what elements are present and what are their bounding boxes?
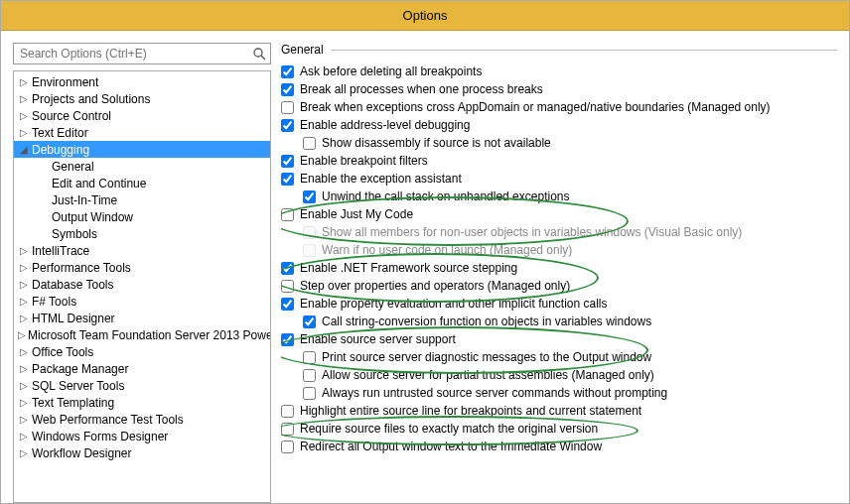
option-row: Enable source server support (281, 330, 837, 348)
option-row: Call string-conversion function on objec… (281, 313, 837, 330)
chevron-right-icon[interactable]: ▷ (18, 296, 30, 307)
option-checkbox[interactable] (303, 137, 316, 150)
option-row: Require source files to exactly match th… (281, 420, 837, 438)
option-checkbox[interactable] (303, 387, 316, 400)
tree-item[interactable]: ▷SQL Server Tools (14, 377, 270, 394)
tree-item[interactable]: ▷IntelliTrace (14, 242, 270, 259)
chevron-right-icon[interactable]: ▷ (18, 397, 30, 408)
tree-item[interactable]: ▷Office Tools (14, 343, 270, 360)
chevron-right-icon[interactable]: ▷ (18, 313, 30, 323)
option-row: Highlight entire source line for breakpo… (281, 402, 837, 420)
option-checkbox[interactable] (303, 369, 316, 382)
option-label: Break when exceptions cross AppDomain or… (300, 100, 771, 114)
option-row: Allow source server for partial trust as… (281, 366, 837, 384)
tree-item[interactable]: ▷HTML Designer (14, 310, 270, 326)
option-row: Enable the exception assistant (281, 170, 837, 188)
chevron-right-icon[interactable]: ▷ (18, 110, 30, 121)
tree-item[interactable]: ▷Workflow Designer (14, 444, 270, 461)
option-checkbox[interactable] (281, 333, 294, 346)
chevron-right-icon[interactable]: ▷ (18, 431, 30, 441)
tree-item[interactable]: ▷Database Tools (14, 276, 270, 293)
chevron-right-icon[interactable]: ▷ (18, 447, 30, 458)
chevron-right-icon[interactable]: ▷ (18, 93, 30, 104)
tree-child-item[interactable]: Output Window (14, 208, 270, 225)
tree-item[interactable]: ▷F# Tools (14, 293, 270, 310)
chevron-right-icon[interactable]: ▷ (18, 414, 30, 425)
tree-item-label: Source Control (30, 109, 111, 123)
right-column: General Ask before deleting all breakpoi… (281, 43, 837, 503)
search-input[interactable] (18, 46, 252, 62)
option-row: Show all members for non-user objects in… (281, 223, 837, 241)
option-label: Enable the exception assistant (300, 172, 462, 186)
option-checkbox[interactable] (281, 405, 294, 418)
titlebar: Options (1, 1, 849, 31)
option-checkbox[interactable] (281, 208, 294, 221)
chevron-right-icon[interactable]: ▷ (18, 380, 30, 391)
category-tree[interactable]: ▷Environment▷Projects and Solutions▷Sour… (13, 70, 271, 503)
tree-item-label: Package Manager (30, 362, 128, 376)
chevron-right-icon[interactable]: ▷ (18, 76, 30, 87)
tree-item-label: Symbols (50, 227, 97, 241)
chevron-right-icon[interactable]: ▷ (18, 279, 30, 290)
tree-item[interactable]: ▷Microsoft Team Foundation Server 2013 P… (14, 326, 270, 343)
options-dialog: Options ▷Environment▷Projects and Soluti… (0, 0, 850, 504)
option-checkbox[interactable] (303, 315, 316, 328)
chevron-right-icon[interactable]: ▷ (18, 262, 30, 273)
chevron-right-icon[interactable]: ▷ (18, 245, 30, 256)
tree-item[interactable]: ▷Environment (14, 73, 270, 90)
option-label: Unwind the call stack on unhandled excep… (322, 189, 570, 203)
tree-item-label: SQL Server Tools (30, 379, 124, 393)
option-checkbox[interactable] (303, 190, 316, 203)
option-checkbox[interactable] (281, 83, 294, 96)
option-checkbox[interactable] (281, 155, 294, 168)
option-checkbox[interactable] (281, 173, 294, 186)
chevron-right-icon[interactable]: ▷ (18, 127, 30, 138)
tree-item[interactable]: ▷Performance Tools (14, 259, 270, 276)
option-checkbox[interactable] (281, 441, 294, 453)
tree-item-label: Microsoft Team Foundation Server 2013 Po… (26, 328, 271, 342)
tree-item-label: Workflow Designer (30, 446, 131, 460)
tree-child-item[interactable]: Symbols (14, 225, 270, 242)
option-checkbox[interactable] (281, 119, 294, 132)
tree-child-item[interactable]: General (14, 158, 270, 175)
chevron-right-icon[interactable]: ▷ (18, 329, 26, 340)
option-row: Enable property evaluation and other imp… (281, 295, 837, 313)
search-icon[interactable] (252, 47, 266, 61)
option-label: Always run untrusted source server comma… (322, 386, 667, 400)
option-label: Ask before deleting all breakpoints (300, 64, 482, 78)
tree-item-label: Windows Forms Designer (30, 430, 168, 443)
chevron-down-icon[interactable]: ◢ (18, 144, 30, 155)
option-checkbox[interactable] (303, 351, 316, 364)
tree-item[interactable]: ▷Web Performance Test Tools (14, 411, 270, 428)
svg-point-0 (254, 49, 262, 57)
tree-item-label: Edit and Continue (50, 177, 146, 190)
tree-item[interactable]: ▷Text Templating (14, 394, 270, 411)
option-label: Highlight entire source line for breakpo… (300, 404, 641, 418)
tree-item[interactable]: ▷Projects and Solutions (14, 90, 270, 107)
option-checkbox[interactable] (281, 298, 294, 311)
option-checkbox[interactable] (281, 101, 294, 114)
tree-item[interactable]: ◢Debugging (14, 141, 270, 158)
tree-item[interactable]: ▷Package Manager (14, 360, 270, 377)
option-row: Print source server diagnostic messages … (281, 348, 837, 366)
search-wrap[interactable] (13, 43, 271, 64)
option-checkbox[interactable] (281, 65, 294, 78)
option-checkbox[interactable] (281, 423, 294, 436)
tree-item[interactable]: ▷Source Control (14, 107, 270, 124)
chevron-right-icon[interactable]: ▷ (18, 346, 30, 357)
tree-item[interactable]: ▷Windows Forms Designer (14, 428, 270, 444)
option-label: Redirect all Output window text to the I… (300, 440, 602, 453)
option-label: Show all members for non-user objects in… (322, 225, 742, 239)
option-row: Break when exceptions cross AppDomain or… (281, 98, 837, 116)
option-label: Enable breakpoint filters (300, 154, 428, 168)
tree-item-label: Debugging (30, 143, 89, 157)
option-checkbox[interactable] (281, 262, 294, 275)
tree-child-item[interactable]: Edit and Continue (14, 175, 270, 191)
tree-item-label: Just-In-Time (50, 193, 117, 207)
tree-item-label: Performance Tools (30, 261, 131, 275)
chevron-right-icon[interactable]: ▷ (18, 363, 30, 374)
option-checkbox[interactable] (281, 280, 294, 293)
tree-item-label: Web Performance Test Tools (30, 413, 184, 427)
tree-child-item[interactable]: Just-In-Time (14, 191, 270, 208)
tree-item[interactable]: ▷Text Editor (14, 124, 270, 141)
